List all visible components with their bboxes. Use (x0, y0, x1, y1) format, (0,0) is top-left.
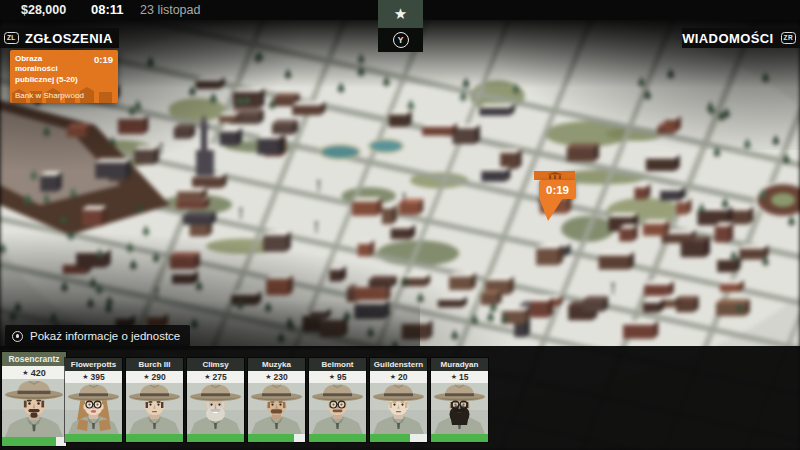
officer-card[interactable]: Flowerpotts★395 (65, 358, 122, 442)
incident-location: Bank w Sharpwood (15, 91, 84, 100)
star-icon: ★ (82, 373, 88, 381)
officer-portrait (370, 383, 427, 434)
officer-name: Flowerpotts (65, 358, 122, 371)
officer-rating-value: 20 (398, 372, 407, 382)
officer-progress-bar (65, 434, 122, 442)
incident-timer: 0:19 (94, 54, 113, 65)
officer-card[interactable]: Belmont★95 (309, 358, 366, 442)
officer-card[interactable]: Rosencrantz★420 (2, 352, 66, 446)
star-icon: ★ (394, 7, 407, 22)
star-icon: ★ (204, 373, 210, 381)
officer-progress-bar (370, 434, 427, 442)
officer-name: Muradyan (431, 358, 488, 371)
y-button-prompt[interactable]: Y (378, 28, 423, 52)
officer-rating-value: 395 (91, 372, 105, 382)
messages-panel-tab[interactable]: WIADOMOŚCI ZR (682, 28, 800, 48)
money-amount: $28,000 (21, 3, 66, 17)
officer-rating-value: 420 (31, 368, 46, 378)
officer-rating: ★290 (126, 371, 183, 383)
officer-rating-value: 290 (152, 372, 166, 382)
incident-title: Obraza moralności publicznej (5-20) (15, 54, 87, 85)
officer-portrait (65, 383, 122, 434)
y-button-icon: Y (393, 32, 409, 48)
officer-portrait (309, 383, 366, 434)
city-hall-panel[interactable]: ★ (378, 0, 423, 28)
officer-rating: ★20 (370, 371, 427, 383)
officer-name: Rosencrantz (2, 352, 66, 366)
officer-rating: ★275 (187, 371, 244, 383)
officer-portrait (2, 379, 66, 437)
officer-rating-value: 275 (213, 372, 227, 382)
reports-title: ZGŁOSZENIA (19, 31, 119, 46)
clock-time: 08:11 (91, 2, 124, 17)
bank-icon (547, 172, 563, 179)
officer-card[interactable]: Muzyka★230 (248, 358, 305, 442)
messages-title: WIADOMOŚCI (682, 31, 773, 46)
officer-rating: ★95 (309, 371, 366, 383)
officer-portrait (431, 383, 488, 434)
officer-progress-bar (2, 437, 66, 446)
officer-card[interactable]: Muradyan★15 (431, 358, 488, 442)
officer-name: Burch III (126, 358, 183, 371)
star-icon: ★ (451, 373, 457, 381)
officer-rating: ★420 (2, 366, 66, 379)
marker-timer: 0:19 (539, 180, 576, 199)
officer-rating-value: 230 (274, 372, 288, 382)
star-icon: ★ (143, 373, 149, 381)
stick-press-icon (12, 331, 23, 342)
officer-rating: ★15 (431, 371, 488, 383)
zr-button-icon[interactable]: ZR (781, 32, 796, 44)
officer-card[interactable]: Climsy★275 (187, 358, 244, 442)
zl-button-icon[interactable]: ZL (4, 32, 19, 44)
officer-portrait (126, 383, 183, 434)
officer-rating-value: 15 (459, 372, 468, 382)
star-icon: ★ (390, 373, 396, 381)
officer-rating-value: 95 (337, 372, 346, 382)
star-icon: ★ (329, 373, 335, 381)
officer-name: Muzyka (248, 358, 305, 371)
officer-portrait (187, 383, 244, 434)
officer-progress-bar (187, 434, 244, 442)
officer-progress-bar (248, 434, 305, 442)
show-unit-info-label: Pokaż informacje o jednostce (30, 330, 180, 342)
officer-name: Belmont (309, 358, 366, 371)
marker-tail (539, 198, 563, 221)
game-screen: $28,000 08:11 23 listopad ★ Y ZL ZGŁOSZE… (0, 0, 800, 450)
incident-card[interactable]: Obraza moralności publicznej (5-20) 0:19… (10, 50, 118, 103)
star-icon: ★ (265, 373, 271, 381)
officer-portrait (248, 383, 305, 434)
officer-name: Guildenstern (370, 358, 427, 371)
star-icon: ★ (22, 369, 28, 377)
calendar-date: 23 listopad (140, 3, 200, 17)
incident-map-marker[interactable]: 0:19 (533, 171, 577, 223)
officer-card[interactable]: Burch III★290 (126, 358, 183, 442)
officer-name: Climsy (187, 358, 244, 371)
officer-progress-bar (309, 434, 366, 442)
reports-panel-tab[interactable]: ZL ZGŁOSZENIA (0, 28, 119, 48)
officer-card[interactable]: Guildenstern★20 (370, 358, 427, 442)
officer-progress-bar (431, 434, 488, 442)
officer-rating: ★395 (65, 371, 122, 383)
officer-progress-bar (126, 434, 183, 442)
officer-rating: ★230 (248, 371, 305, 383)
show-unit-info-button[interactable]: Pokaż informacje o jednostce (5, 325, 190, 347)
marker-banner (534, 171, 575, 180)
